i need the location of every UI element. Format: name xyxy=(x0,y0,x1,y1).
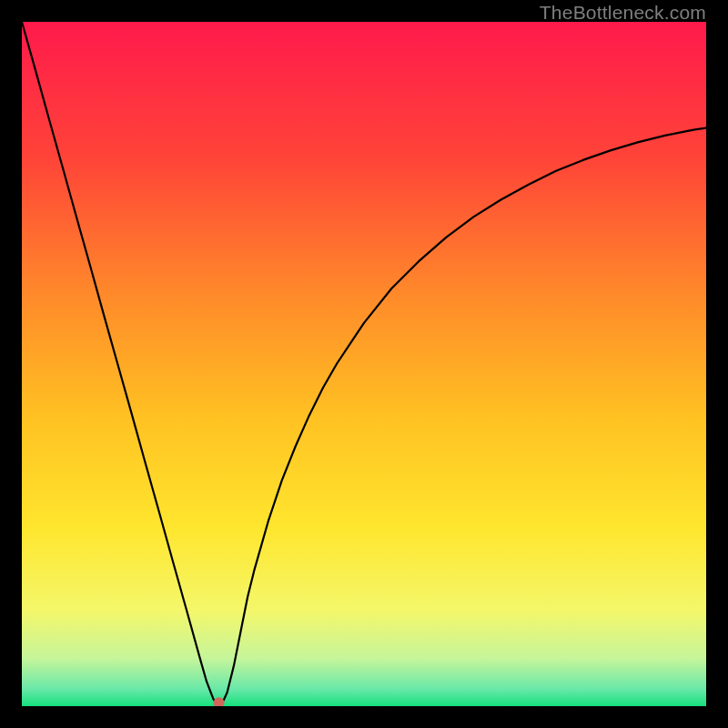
watermark-text: TheBottleneck.com xyxy=(540,2,706,24)
chart-background xyxy=(22,22,706,706)
bottleneck-chart xyxy=(22,22,706,706)
plot-frame xyxy=(22,22,706,706)
